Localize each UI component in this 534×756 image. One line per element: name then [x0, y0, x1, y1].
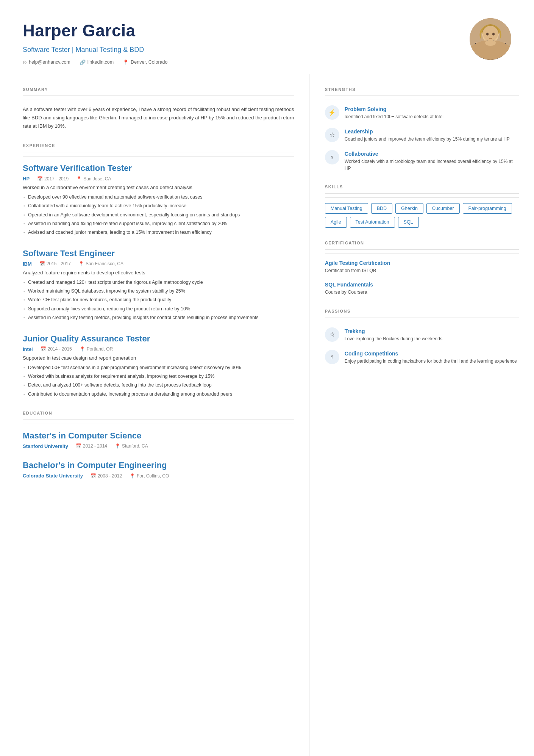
summary-text: As a software tester with over 6 years o…: [23, 105, 294, 130]
job-1-bullets: Developed over 90 effective manual and a…: [23, 194, 294, 236]
strength-2-desc: Coached juniors and improved the team ef…: [345, 136, 510, 142]
cert-1-name: Agile Testing Certification: [325, 259, 519, 267]
strength-1-name: Problem Solving: [345, 105, 443, 113]
certification-title: CERTIFICATION: [325, 240, 519, 250]
list-item: Assisted in handling and fixing field-re…: [23, 220, 294, 227]
resume-page: Harper Garcia Software Tester | Manual T…: [0, 0, 534, 756]
skill-tag: Gherkin: [395, 203, 423, 214]
job-3-bullets: Developed 50+ test scenarios in a pair-p…: [23, 364, 294, 398]
certification-divider: [325, 254, 519, 254]
svg-point-5: [486, 33, 489, 36]
strength-1-desc: Identified and fixed 100+ software defec…: [345, 113, 443, 120]
header: Harper Garcia Software Tester | Manual T…: [0, 0, 534, 74]
calendar-icon: 📅: [37, 175, 43, 182]
contact-location: 📍 Denver, Colorado: [123, 59, 167, 66]
location-text: Denver, Colorado: [131, 59, 167, 66]
strength-3-desc: Worked closely with a microbiology team …: [345, 158, 519, 172]
job-3-location: 📍 Portland, OR: [80, 346, 113, 352]
contact-linkedin: 🔗 linkedin.com: [80, 59, 114, 66]
edu-2-degree: Bachelor's in Computer Engineering: [23, 459, 294, 471]
passion-1-name: Trekkng: [345, 327, 442, 335]
passion-1-desc: Love exploring the Rockies during the we…: [345, 335, 442, 342]
strength-2-name: Leadership: [345, 128, 510, 136]
calendar-icon: 📅: [41, 346, 46, 352]
main-content: SUMMARY As a software tester with over 6…: [0, 74, 534, 756]
edu-1-meta: Stanford University 📅 2012 - 2014 📍 Stan…: [23, 443, 294, 450]
cert-2: SQL Fundamentals Course by Coursera: [325, 281, 519, 296]
pin-icon: 📍: [78, 260, 84, 267]
job-1-meta: HP 📅 2017 - 2019 📍 San Jose, CA: [23, 175, 294, 183]
calendar-icon: 📅: [76, 443, 81, 449]
list-item: Operated in an Agile software developmen…: [23, 211, 294, 219]
skill-tag: Agile: [325, 217, 347, 228]
passion-2-name: Coding Competitions: [345, 350, 517, 358]
cert-2-name: SQL Fundamentals: [325, 281, 519, 289]
candidate-subtitle: Software Tester | Manual Testing & BDD: [23, 45, 168, 55]
contact-email: ⊙ help@enhancv.com: [23, 59, 70, 66]
job-1-company: HP: [23, 175, 30, 183]
skill-tag: Pair-programming: [463, 203, 512, 214]
job-1-title: Software Verification Tester: [23, 162, 294, 174]
job-3-meta: Intel 📅 2014 - 2015 📍 Portland, OR: [23, 346, 294, 353]
cert-1: Agile Testing Certification Certificatio…: [325, 259, 519, 274]
pin-icon: 📍: [115, 443, 120, 449]
passions-divider: [325, 322, 519, 322]
job-2-title: Software Test Engineer: [23, 247, 294, 260]
strengths-section: STRENGTHS ⚡ Problem Solving Identified a…: [325, 86, 519, 172]
list-item: Supported anomaly fixes verification, re…: [23, 305, 294, 313]
list-item: Worked with business analysts for requir…: [23, 373, 294, 380]
avatar: [470, 18, 511, 60]
strengths-divider: [325, 100, 519, 100]
edu-1-degree: Master's in Computer Science: [23, 429, 294, 442]
passion-1-content: Trekkng Love exploring the Rockies durin…: [345, 327, 442, 342]
cert-1-desc: Certification from ISTQB: [325, 267, 519, 274]
strength-1: ⚡ Problem Solving Identified and fixed 1…: [325, 105, 519, 120]
job-3-dates: 📅 2014 - 2015: [41, 346, 72, 352]
location-icon: 📍: [123, 59, 129, 66]
skill-tag: BDD: [371, 203, 392, 214]
pin-icon: 📍: [80, 346, 85, 352]
edu-2-dates: 📅 2008 - 2012: [91, 473, 122, 479]
skills-grid: Manual Testing BDD Gherkin Cucumber Pair…: [325, 203, 519, 228]
list-item: Developed 50+ test scenarios in a pair-p…: [23, 364, 294, 371]
calendar-icon: 📅: [39, 260, 45, 267]
job-2-meta: IBM 📅 2015 - 2017 📍 San Francisco, CA: [23, 260, 294, 268]
list-item: Wrote 70+ test plans for new features, e…: [23, 296, 294, 304]
passion-1: ☆ Trekkng Love exploring the Rockies dur…: [325, 327, 519, 342]
right-column: STRENGTHS ⚡ Problem Solving Identified a…: [310, 74, 534, 756]
education-title: EDUCATION: [23, 410, 294, 420]
passion-2-content: Coding Competitions Enjoy participating …: [345, 350, 517, 365]
linkedin-text: linkedin.com: [87, 59, 114, 66]
skills-title: SKILLS: [325, 184, 519, 194]
summary-section: SUMMARY As a software tester with over 6…: [23, 86, 294, 131]
passions-title: PASSIONS: [325, 308, 519, 318]
experience-section: EXPERIENCE Software Verification Tester …: [23, 142, 294, 398]
edu-1-location: 📍 Stanford, CA: [115, 443, 148, 449]
edu-1: Master's in Computer Science Stanford Un…: [23, 429, 294, 450]
education-divider: [23, 424, 294, 424]
svg-point-8: [485, 40, 496, 46]
skill-tag: Manual Testing: [325, 203, 368, 214]
strength-2-content: Leadership Coached juniors and improved …: [345, 128, 510, 142]
strength-3: ♀ Collaborative Worked closely with a mi…: [325, 150, 519, 172]
edu-2-meta: Colorado State University 📅 2008 - 2012 …: [23, 472, 294, 480]
left-column: SUMMARY As a software tester with over 6…: [0, 74, 310, 756]
passion-2-icon: ♀: [325, 350, 339, 364]
edu-2-location: 📍 Fort Collins, CO: [130, 473, 169, 479]
list-item: Developed over 90 effective manual and a…: [23, 194, 294, 201]
link-icon: 🔗: [80, 59, 86, 66]
summary-title: SUMMARY: [23, 86, 294, 96]
strength-1-icon: ⚡: [325, 105, 339, 120]
education-section: EDUCATION Master's in Computer Science S…: [23, 410, 294, 480]
edu-2: Bachelor's in Computer Engineering Color…: [23, 459, 294, 480]
candidate-name: Harper Garcia: [23, 18, 168, 43]
passion-1-icon: ☆: [325, 327, 339, 342]
experience-divider: [23, 156, 294, 157]
job-1-dates: 📅 2017 - 2019: [37, 175, 69, 182]
job-3-summary: Supported in test case design and report…: [23, 354, 294, 362]
skills-divider: [325, 197, 519, 198]
strength-3-name: Collaborative: [345, 150, 519, 158]
pin-icon: 📍: [76, 175, 82, 182]
email-text: help@enhancv.com: [29, 59, 70, 66]
list-item: Advised and coached junior members, lead…: [23, 229, 294, 236]
